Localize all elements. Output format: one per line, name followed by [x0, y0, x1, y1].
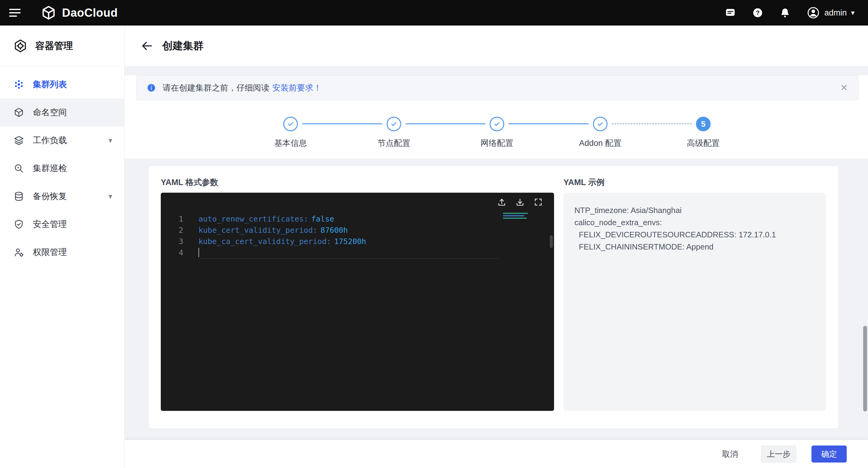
sidebar-item-security[interactable]: 安全管理 — [0, 210, 124, 238]
topbar: DaoCloud ? — [0, 0, 868, 26]
stepper: 5 基本信息 节点配置 网络配置 Addon 配置 高级配置 — [125, 117, 868, 147]
main-content: 创建集群 请在创建集群之前，仔细阅读 安装前要求！ ✕ — [125, 26, 868, 468]
editor-scrollbar[interactable] — [550, 235, 553, 248]
step-connector — [508, 123, 589, 124]
sidebar-item-label: 权限管理 — [33, 246, 67, 258]
back-button[interactable] — [140, 39, 154, 53]
username: admin — [824, 8, 847, 18]
security-shield-icon — [13, 219, 24, 230]
code-line: 1auto_renew_certificates:false — [161, 213, 554, 225]
step-circle-advanced-config[interactable]: 5 — [696, 117, 711, 131]
sidebar-item-namespace[interactable]: 命名空间 — [0, 98, 124, 126]
yaml-code-input[interactable]: 1auto_renew_certificates:false 2kube_cer… — [161, 212, 554, 411]
sidebar-item-cluster-list[interactable]: 集群列表 — [0, 70, 124, 98]
active-line-underline — [198, 258, 499, 259]
sidebar-item-label: 工作负载 — [33, 135, 67, 146]
sidebar-item-label: 集群巡检 — [33, 163, 67, 174]
chevron-down-icon: ▾ — [108, 136, 112, 145]
brand-name: DaoCloud — [62, 6, 118, 20]
yaml-params-title: YAML 格式参数 — [161, 177, 218, 188]
step-circle-basic-info[interactable] — [283, 117, 298, 131]
alert-text: 请在创建集群之前，仔细阅读 — [163, 82, 269, 93]
wizard-top-section: 请在创建集群之前，仔细阅读 安装前要求！ ✕ 5 基本信 — [125, 75, 868, 159]
step-label-advanced-config: 高级配置 — [687, 138, 720, 149]
line-number: 4 — [161, 247, 183, 258]
step-label-node-config: 节点配置 — [377, 138, 410, 149]
step-check-icon — [390, 120, 398, 128]
brand[interactable]: DaoCloud — [41, 5, 118, 21]
sidebar-nav: 集群列表 命名空间 工作负载 ▾ — [0, 66, 124, 266]
prerequisites-link[interactable]: 安装前要求！ — [272, 82, 321, 93]
yaml-editor: 1auto_renew_certificates:false 2kube_cer… — [161, 193, 554, 411]
workload-icon — [13, 135, 24, 146]
step-circle-addon-config[interactable] — [593, 117, 608, 131]
editor-minimap — [503, 213, 530, 220]
yaml-example-title: YAML 示例 — [563, 177, 604, 188]
advanced-config-card: YAML 格式参数 YAML 示例 — [148, 166, 839, 429]
page-header: 创建集群 — [125, 26, 868, 66]
daocloud-logo-icon — [41, 5, 57, 21]
step-check-icon — [493, 120, 501, 128]
yaml-example-panel: NTP_timezone: Asia/Shanghai calico_node_… — [563, 193, 826, 411]
sidebar-item-cluster-inspection[interactable]: 集群巡检 — [0, 154, 124, 182]
help-icon[interactable]: ? — [751, 6, 764, 19]
example-line: NTP_timezone: Asia/Shanghai — [575, 204, 815, 216]
cluster-inspection-icon — [13, 163, 24, 174]
code-line: 4 — [161, 247, 554, 258]
line-number: 3 — [161, 236, 183, 247]
svg-text:?: ? — [756, 9, 760, 16]
hamburger-menu-icon[interactable] — [8, 8, 22, 18]
prev-step-button[interactable]: 上一步 — [761, 445, 796, 463]
backup-restore-icon — [13, 191, 24, 202]
example-line: calico_node_extra_envs: — [575, 216, 815, 228]
line-number: 2 — [161, 225, 183, 236]
line-number: 1 — [161, 213, 183, 225]
text-cursor — [198, 248, 199, 257]
info-icon — [147, 83, 156, 92]
step-connector — [405, 123, 485, 124]
page-scrollbar[interactable] — [863, 326, 867, 411]
step-check-icon — [287, 120, 294, 128]
sidebar: 容器管理 集群列表 命名空间 — [0, 26, 125, 468]
code-line: 3kube_ca_cert_validity_period:175200h — [161, 236, 554, 247]
step-label-basic-info: 基本信息 — [274, 138, 307, 149]
example-line: FELIX_DEVICEROUTESOURCEADDRESS: 172.17.0… — [575, 228, 815, 241]
sidebar-item-backup-restore[interactable]: 备份恢复 ▾ — [0, 182, 124, 210]
user-menu[interactable]: admin ▾ — [807, 6, 855, 20]
step-circle-node-config[interactable] — [386, 117, 401, 131]
namespace-icon — [13, 107, 24, 118]
user-chevron-down-icon: ▾ — [851, 8, 855, 17]
alert-close-icon[interactable]: ✕ — [840, 83, 848, 92]
page-title: 创建集群 — [162, 39, 204, 53]
sidebar-title: 容器管理 — [35, 39, 73, 52]
sidebar-header: 容器管理 — [0, 26, 124, 66]
fullscreen-icon[interactable] — [533, 197, 543, 207]
chat-icon[interactable] — [724, 6, 737, 19]
sidebar-item-label: 安全管理 — [33, 219, 67, 230]
cancel-button[interactable]: 取消 — [722, 449, 738, 460]
sidebar-item-label: 集群列表 — [33, 79, 67, 90]
confirm-button[interactable]: 确定 — [811, 445, 847, 463]
topbar-actions: ? admin ▾ — [724, 6, 855, 20]
avatar-icon — [807, 6, 820, 20]
editor-toolbar — [161, 193, 554, 212]
step-label-network-config: 网络配置 — [480, 138, 513, 149]
permissions-user-icon — [13, 247, 24, 258]
step-check-icon — [597, 120, 604, 128]
step-number: 5 — [701, 119, 705, 129]
notification-bell-icon[interactable] — [779, 6, 792, 19]
download-icon[interactable] — [515, 197, 525, 207]
chevron-down-icon: ▾ — [108, 192, 112, 200]
sidebar-item-workload[interactable]: 工作负载 ▾ — [0, 126, 124, 154]
example-line: FELIX_CHAININSERTMODE: Append — [575, 241, 815, 253]
code-line: 2kube_cert_validity_period:87600h — [161, 225, 554, 236]
sidebar-item-permissions[interactable]: 权限管理 — [0, 238, 124, 266]
cluster-list-icon — [13, 79, 24, 90]
step-connector — [302, 123, 382, 124]
info-alert: 请在创建集群之前，仔细阅读 安装前要求！ ✕ — [136, 75, 859, 100]
upload-icon[interactable] — [497, 197, 507, 207]
step-label-addon-config: Addon 配置 — [579, 138, 622, 149]
step-connector-dashed — [612, 123, 692, 124]
container-management-icon — [13, 38, 28, 54]
step-circle-network-config[interactable] — [490, 117, 504, 131]
